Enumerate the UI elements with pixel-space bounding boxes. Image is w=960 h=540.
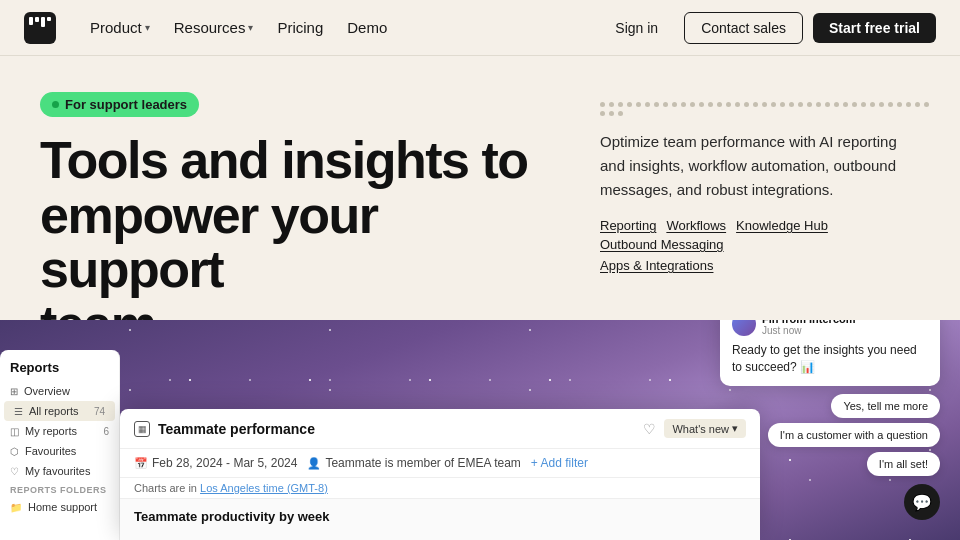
dot: [609, 102, 614, 107]
report-body: Teammate productivity by week: [120, 499, 760, 540]
sidebar-item-favourites[interactable]: ⬡ Favourites: [0, 441, 119, 461]
nav-demo[interactable]: Demo: [337, 13, 397, 42]
dot: [789, 102, 794, 107]
dot: [852, 102, 857, 107]
logo-bar-1: [29, 17, 33, 25]
heart-icon[interactable]: ♡: [643, 421, 656, 437]
dot: [897, 102, 902, 107]
myreports-icon: ◫: [10, 426, 19, 437]
nav-product[interactable]: Product ▾: [80, 13, 160, 42]
myreports-badge: 6: [103, 426, 109, 437]
add-filter-button[interactable]: + Add filter: [531, 456, 588, 470]
dot: [780, 102, 785, 107]
logo-bar-2: [35, 17, 39, 22]
dot: [924, 102, 929, 107]
sidebar-item-myreports[interactable]: ◫ My reports 6: [0, 421, 119, 441]
dot: [618, 102, 623, 107]
logo-bar-4: [47, 17, 51, 21]
dot: [618, 111, 623, 116]
link-workflows[interactable]: Workflows: [666, 218, 726, 233]
sidebar-item-label: Favourites: [25, 445, 76, 457]
dot: [825, 102, 830, 107]
dot: [663, 102, 668, 107]
filter-date-label: Feb 28, 2024 - Mar 5, 2024: [152, 456, 297, 470]
dot: [600, 111, 605, 116]
sidebar-section-title: REPORTS FOLDERS: [0, 481, 119, 497]
chart-icon: ▦: [138, 424, 147, 434]
logo-icon: [24, 12, 56, 44]
report-timezone: Charts are in Los Angeles time (GMT-8): [120, 478, 760, 499]
link-reporting[interactable]: Reporting: [600, 218, 656, 233]
dot: [915, 102, 920, 107]
sidebar-title: Reports: [0, 350, 119, 381]
feature-links: Reporting Workflows Knowledge Hub Outbou…: [600, 218, 936, 252]
chat-reply-3[interactable]: I'm all set!: [867, 452, 940, 476]
overview-icon: ⊞: [10, 386, 18, 397]
agent-time: Just now: [762, 325, 856, 336]
sidebar-item-homesupport[interactable]: 📁 Home support: [0, 497, 119, 517]
hero-title: Tools and insights to empower your suppo…: [40, 133, 560, 351]
dot: [879, 102, 884, 107]
hero-title-line1: Tools and insights to: [40, 131, 528, 189]
nav-resources[interactable]: Resources ▾: [164, 13, 264, 42]
dot: [744, 102, 749, 107]
dot: [762, 102, 767, 107]
dot: [654, 102, 659, 107]
nav-pricing-label: Pricing: [277, 19, 323, 36]
hero-title-line2: empower your support: [40, 186, 377, 299]
nav-resources-label: Resources: [174, 19, 246, 36]
chat-reply-2[interactable]: I'm a customer with a question: [768, 423, 940, 447]
logo[interactable]: [24, 12, 56, 44]
dot: [906, 102, 911, 107]
chat-footer: 💬: [720, 484, 940, 520]
tag-dot: [52, 101, 59, 108]
favourites-icon: ⬡: [10, 446, 19, 457]
dot: [636, 102, 641, 107]
sidebar-item-label: Home support: [28, 501, 97, 513]
timezone-link[interactable]: Los Angeles time (GMT-8): [200, 482, 328, 494]
dot: [708, 102, 713, 107]
folder-icon: 📁: [10, 502, 22, 513]
myfavourites-icon: ♡: [10, 466, 19, 477]
chat-message: Ready to get the insights you need to su…: [732, 342, 928, 376]
reports-sidebar: Reports ⊞ Overview ☰ All reports 74 ◫ My…: [0, 350, 120, 540]
navbar: Product ▾ Resources ▾ Pricing Demo Sign …: [0, 0, 960, 56]
report-filters: 📅 Feb 28, 2024 - Mar 5, 2024 👤 Teammate …: [120, 449, 760, 478]
chat-replies: Yes, tell me more I'm a customer with a …: [720, 394, 940, 476]
nav-pricing[interactable]: Pricing: [267, 13, 333, 42]
tag-label: For support leaders: [65, 97, 187, 112]
start-free-nav-button[interactable]: Start free trial: [813, 13, 936, 43]
report-title: Teammate performance: [158, 421, 635, 437]
chat-toggle-button[interactable]: 💬: [904, 484, 940, 520]
dot: [681, 102, 686, 107]
sidebar-item-overview[interactable]: ⊞ Overview: [0, 381, 119, 401]
dot: [834, 102, 839, 107]
dot: [717, 102, 722, 107]
signin-button[interactable]: Sign in: [599, 13, 674, 43]
allreports-icon: ☰: [14, 406, 23, 417]
sidebar-item-myfavourites[interactable]: ♡ My favourites: [0, 461, 119, 481]
dots-decoration: [600, 102, 936, 116]
dot: [807, 102, 812, 107]
sidebar-item-allreports[interactable]: ☰ All reports 74: [4, 401, 115, 421]
chat-agent-info: Fin from Intercom Just now: [762, 320, 856, 336]
link-outbound-messaging[interactable]: Outbound Messaging: [600, 237, 724, 252]
dot: [726, 102, 731, 107]
chevron-down-icon: ▾: [145, 22, 150, 33]
nav-demo-label: Demo: [347, 19, 387, 36]
link-apps-integrations[interactable]: Apps & Integrations: [600, 258, 713, 273]
sidebar-item-label: My reports: [25, 425, 77, 437]
dot: [645, 102, 650, 107]
report-header: ▦ Teammate performance ♡ What's new ▾: [120, 409, 760, 449]
dot: [690, 102, 695, 107]
right-description: Optimize team performance with AI report…: [600, 130, 920, 202]
allreports-badge: 74: [94, 406, 105, 417]
chat-reply-1[interactable]: Yes, tell me more: [831, 394, 940, 418]
nav-items: Product ▾ Resources ▾ Pricing Demo: [80, 13, 599, 42]
sidebar-item-label: My favourites: [25, 465, 90, 477]
link-knowledge-hub[interactable]: Knowledge Hub: [736, 218, 828, 233]
contact-sales-nav-button[interactable]: Contact sales: [684, 12, 803, 44]
chat-toggle-icon: 💬: [912, 493, 932, 512]
dot: [843, 102, 848, 107]
sidebar-item-label: All reports: [29, 405, 79, 417]
